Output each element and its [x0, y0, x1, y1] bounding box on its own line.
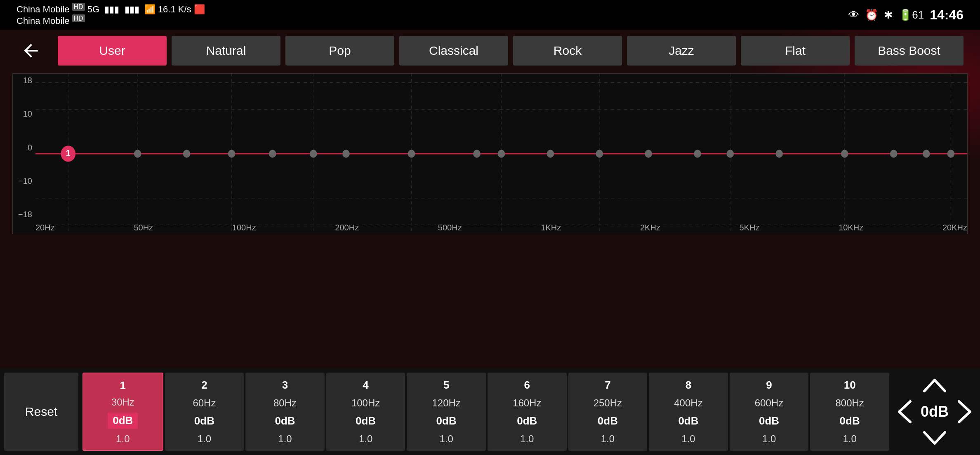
band-cell-1[interactable]: 1 30Hz 0dB 1.0	[82, 373, 163, 451]
band5-db: 0dB	[436, 415, 457, 427]
x-label-100hz: 100Hz	[232, 223, 256, 232]
db-navigation: 0dB	[889, 373, 980, 451]
band-cell-10[interactable]: 10 800Hz 0dB 1.0	[810, 373, 889, 451]
eq-dot-2[interactable]	[134, 150, 141, 157]
band-cell-9[interactable]: 9 600Hz 0dB 1.0	[730, 373, 809, 451]
tab-jazz[interactable]: Jazz	[627, 36, 736, 66]
y-label-0: 0	[13, 143, 35, 152]
band4-freq: 100Hz	[351, 397, 380, 409]
preset-tabs: User Natural Pop Classical Rock Jazz Fla…	[58, 34, 964, 68]
band7-num: 7	[605, 379, 610, 392]
band2-num: 2	[201, 379, 207, 392]
x-label-500hz: 500Hz	[438, 223, 462, 232]
band2-q: 1.0	[198, 433, 211, 445]
bottom-controls: Reset 1 30Hz 0dB 1.0 2 60Hz 0dB 1.0 3 80…	[0, 368, 980, 455]
eq-dot-4[interactable]	[228, 150, 236, 157]
band9-freq: 600Hz	[755, 397, 783, 409]
eq-dot-10[interactable]	[498, 150, 505, 157]
band3-q: 1.0	[278, 433, 292, 445]
eq-dot-18[interactable]	[890, 150, 898, 157]
band5-freq: 120Hz	[432, 397, 460, 409]
db-next-button[interactable]	[957, 399, 973, 424]
x-label-20hz: 20Hz	[35, 223, 55, 232]
eq-dot-5[interactable]	[269, 150, 276, 157]
band-cell-5[interactable]: 5 120Hz 0dB 1.0	[407, 373, 486, 451]
eq-dot-17[interactable]	[841, 150, 848, 157]
svg-text:1: 1	[66, 148, 71, 158]
db-increase-button[interactable]	[922, 377, 947, 393]
x-label-2khz: 2KHz	[640, 223, 660, 232]
band2-freq: 60Hz	[193, 397, 216, 409]
band2-db: 0dB	[194, 415, 214, 427]
band-cell-6[interactable]: 6 160Hz 0dB 1.0	[488, 373, 567, 451]
eq-dot-9[interactable]	[473, 150, 481, 157]
band6-db: 0dB	[517, 415, 537, 427]
tab-natural[interactable]: Natural	[172, 36, 280, 66]
band10-num: 10	[844, 379, 856, 392]
tab-bassboost[interactable]: Bass Boost	[855, 36, 964, 66]
alarm-icon: ⏰	[865, 9, 878, 21]
db-decrease-button[interactable]	[922, 430, 947, 447]
y-axis-labels: 18 10 0 −10 −18	[13, 74, 35, 221]
y-label-18: 18	[13, 76, 35, 85]
band1-db: 0dB	[108, 413, 138, 429]
band6-num: 6	[524, 379, 530, 392]
band4-db: 0dB	[356, 415, 376, 427]
y-label-10: 10	[13, 109, 35, 119]
band-cell-2[interactable]: 2 60Hz 0dB 1.0	[165, 373, 244, 451]
tab-classical[interactable]: Classical	[399, 36, 508, 66]
eq-dot-14[interactable]	[694, 150, 701, 157]
band7-q: 1.0	[601, 433, 615, 445]
eq-dot-8[interactable]	[408, 150, 415, 157]
eq-dot-20[interactable]	[947, 150, 954, 157]
carrier-info: China Mobile HD 5G ▮▮▮ ▮▮▮ 📶 16.1 K/s 🟥 …	[16, 3, 205, 27]
time-display: 14:46	[930, 7, 964, 23]
band9-db: 0dB	[759, 415, 779, 427]
eq-chart: 18 10 0 −10 −18 1	[12, 73, 968, 234]
band9-num: 9	[766, 379, 772, 392]
eq-dot-16[interactable]	[775, 150, 783, 157]
db-prev-button[interactable]	[896, 399, 912, 424]
band8-q: 1.0	[681, 433, 695, 445]
eq-dot-19[interactable]	[923, 150, 930, 157]
back-button[interactable]	[16, 36, 45, 65]
x-label-50hz: 50Hz	[134, 223, 153, 232]
tab-pop[interactable]: Pop	[285, 36, 394, 66]
band-cell-8[interactable]: 8 400Hz 0dB 1.0	[649, 373, 728, 451]
eq-dot-3[interactable]	[183, 150, 191, 157]
band10-freq: 800Hz	[835, 397, 864, 409]
eq-dot-15[interactable]	[726, 150, 734, 157]
y-label-neg10: −10	[13, 176, 35, 186]
eq-dot-13[interactable]	[645, 150, 652, 157]
band7-freq: 250Hz	[594, 397, 622, 409]
eq-dot-7[interactable]	[342, 150, 350, 157]
tab-user[interactable]: User	[58, 36, 167, 66]
carrier1-label: China Mobile HD 5G ▮▮▮ ▮▮▮ 📶 16.1 K/s 🟥	[16, 3, 205, 15]
band-cell-7[interactable]: 7 250Hz 0dB 1.0	[568, 373, 648, 451]
band8-num: 8	[686, 379, 691, 392]
band3-db: 0dB	[275, 415, 295, 427]
y-label-neg18: −18	[13, 210, 35, 219]
band10-db: 0dB	[840, 415, 860, 427]
band-cell-3[interactable]: 3 80Hz 0dB 1.0	[245, 373, 325, 451]
carrier2-label: China Mobile HD	[16, 15, 205, 26]
eq-dot-12[interactable]	[596, 150, 603, 157]
battery-icon: 🔋61	[899, 9, 924, 21]
band8-db: 0dB	[678, 415, 698, 427]
band5-q: 1.0	[439, 433, 453, 445]
tab-flat[interactable]: Flat	[741, 36, 850, 66]
x-label-5khz: 5KHz	[740, 223, 760, 232]
current-db-display: 0dB	[921, 403, 949, 420]
reset-button[interactable]: Reset	[4, 373, 78, 451]
band3-freq: 80Hz	[273, 397, 297, 409]
tab-rock[interactable]: Rock	[513, 36, 622, 66]
chevron-left-icon	[896, 399, 912, 424]
x-label-10khz: 10KHz	[839, 223, 863, 232]
band8-freq: 400Hz	[674, 397, 702, 409]
eq-dot-11[interactable]	[547, 150, 554, 157]
eq-svg-chart[interactable]: 1	[35, 74, 967, 234]
chevron-right-icon	[957, 399, 973, 424]
chevron-up-icon	[922, 377, 947, 393]
eq-dot-6[interactable]	[310, 150, 317, 157]
band-cell-4[interactable]: 4 100Hz 0dB 1.0	[326, 373, 405, 451]
